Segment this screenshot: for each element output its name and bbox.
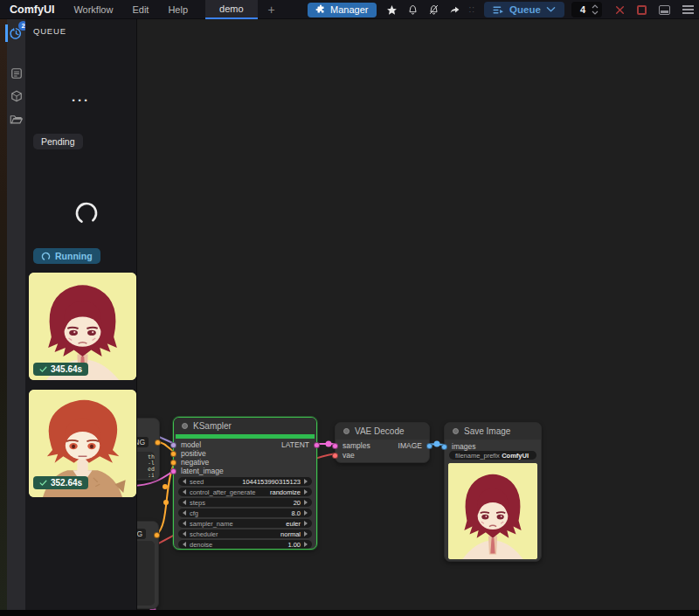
decrement-icon[interactable] [183,531,186,536]
increment-icon[interactable] [304,542,308,547]
output-latent[interactable]: LATENT [281,440,320,449]
new-workflow-button[interactable]: + [268,3,275,17]
increment-icon[interactable] [304,479,308,484]
negative-port[interactable] [170,460,176,466]
widget-value[interactable]: 1044153990315123 [242,478,301,486]
menu-workflow[interactable]: Workflow [73,4,113,15]
widget-value[interactable]: normal [280,530,301,538]
decrement-icon[interactable] [183,542,186,547]
increment-icon[interactable] [304,489,308,495]
widget-label: steps [190,499,205,507]
queue-panel: QUEUE ··· Pending Running 345.64s [25,19,137,610]
sidebar-item-node-log[interactable] [7,63,25,84]
input-latent-image[interactable]: latent_image [170,467,224,475]
vae-decode-node[interactable]: VAE Decode samples vae IMAGE [335,422,430,463]
widget-label: scheduler [190,530,218,538]
share-icon[interactable] [449,4,460,16]
widget-label: denoise [190,541,212,549]
port-label: LATENT [281,440,309,449]
app-logo[interactable]: ComfyUI [10,3,54,16]
widget-value[interactable]: randomize [270,488,301,496]
ksampler-node[interactable]: KSampler model positive negative latent_… [173,417,317,550]
widget-value[interactable]: 20 [294,499,301,507]
vae-port[interactable] [332,453,338,459]
manager-label: Manager [330,4,368,15]
input-model[interactable]: model [170,440,201,449]
filename-prefix-widget[interactable]: filename_prefix ComfyUI [449,451,536,460]
hamburger-menu-icon[interactable] [682,3,694,16]
widget-value[interactable]: euler [286,520,301,528]
decrement-icon[interactable] [183,510,186,516]
control-after-generate-widget[interactable]: control_after_generate randomize [178,488,312,496]
widget-label: cfg [190,509,198,517]
increment-icon[interactable] [304,500,308,505]
node-collapse-dot[interactable] [182,423,188,429]
increment-icon[interactable] [304,531,308,536]
widget-value[interactable]: ComfyUI [502,452,529,460]
decrement-icon[interactable] [183,500,186,505]
sampler-name-widget[interactable]: sampler_name euler [178,519,312,528]
ksampler-header[interactable]: KSampler [174,418,316,434]
workflow-tab-demo[interactable]: demo [205,0,258,19]
star-icon[interactable] [386,4,398,16]
running-spinner-icon [41,252,51,261]
save-image-header[interactable]: Save Image [445,423,541,440]
decrement-icon[interactable] [183,479,186,484]
widget-value[interactable]: 1.00 [287,541,301,549]
save-image-node[interactable]: Save Image images filename_prefix ComfyU… [444,422,542,562]
cancel-run-icon[interactable] [614,4,626,16]
sidebar-item-workflows[interactable] [7,108,25,129]
input-negative[interactable]: negative [170,458,209,467]
decrement-icon[interactable] [592,10,599,15]
conditioning-output-port[interactable] [155,440,161,446]
image-output-port[interactable] [426,443,433,449]
batch-count-input[interactable]: 4 [571,2,602,17]
increment-icon[interactable] [304,510,308,516]
denoise-widget[interactable]: denoise 1.00 [178,540,312,549]
decrement-icon[interactable] [183,521,186,526]
latent-image-port[interactable] [170,468,176,474]
latent-output-port[interactable] [314,442,320,448]
model-port[interactable] [170,442,176,448]
input-positive[interactable]: positive [170,449,206,458]
input-samples[interactable]: samples [332,441,370,450]
clear-queue-icon[interactable] [637,5,647,15]
input-images[interactable]: images [441,442,475,451]
node-collapse-dot[interactable] [453,428,459,434]
bell-slash-icon[interactable] [428,4,439,16]
decrement-icon[interactable] [183,489,186,495]
port-label: IMAGE [398,441,422,450]
cfg-widget[interactable]: cfg 8.0 [178,509,312,517]
bell-icon[interactable] [407,4,419,16]
bottom-panel-toggle-icon[interactable] [659,5,670,15]
drag-handle[interactable]: :: [469,7,476,12]
node-collapse-dot[interactable] [343,428,350,434]
sidebar-item-queue[interactable]: 2 [7,23,25,44]
conditioning-output-port[interactable] [154,532,160,538]
input-vae[interactable]: vae [332,451,355,460]
vae-decode-header[interactable]: VAE Decode [336,423,429,440]
menu-help[interactable]: Help [168,4,188,15]
sidebar-item-model-library[interactable] [7,86,25,107]
port-label: images [452,442,475,451]
positive-port[interactable] [170,451,176,457]
output-image[interactable]: IMAGE [398,441,433,450]
increment-icon[interactable] [592,4,599,9]
steps-widget[interactable]: steps 20 [178,498,312,507]
menu-edit[interactable]: Edit [132,4,149,15]
scheduler-widget[interactable]: scheduler normal [178,529,312,538]
folder-open-icon [10,114,23,125]
port-label: positive [181,449,206,458]
queue-panel-title: QUEUE [33,26,66,36]
images-port[interactable] [441,444,447,450]
manager-button[interactable]: Manager [308,3,376,17]
samples-port[interactable] [332,443,338,449]
widget-label: sampler_name [190,520,233,528]
pending-section-label: Pending [33,134,83,149]
widget-value[interactable]: 8.0 [292,509,301,517]
seed-widget[interactable]: seed 1044153990315123 [178,477,312,486]
increment-icon[interactable] [304,521,308,526]
save-image-preview[interactable] [448,463,537,559]
queue-overflow-menu[interactable]: ··· [25,93,136,107]
queue-run-button[interactable]: Queue [484,2,564,17]
